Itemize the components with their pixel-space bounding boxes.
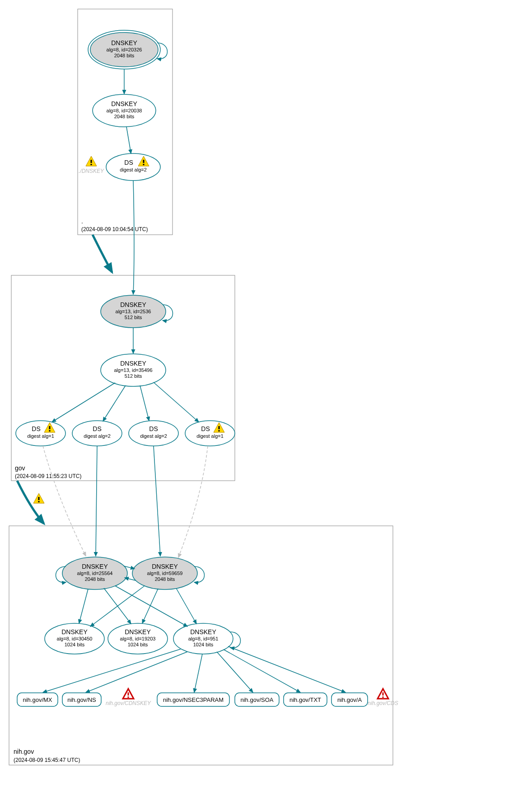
edge-z3-a bbox=[228, 646, 345, 692]
svg-text:2048 bits: 2048 bits bbox=[85, 576, 105, 582]
svg-text:nih.gov/SOA: nih.gov/SOA bbox=[241, 696, 274, 703]
edge-z3-soa bbox=[217, 652, 253, 692]
edge-z3-txt bbox=[224, 650, 300, 692]
zone-nih-ts: (2024-08-09 15:45:47 UTC) bbox=[14, 757, 80, 763]
nih-zsk2: DNSKEY alg=8, id=19203 1024 bits bbox=[108, 623, 168, 654]
ghost-cdnskey: nih.gov/CDNSKEY bbox=[106, 689, 151, 706]
edge-gov-ds1-nih-ksk1 bbox=[43, 446, 86, 556]
svg-text:DNSKEY: DNSKEY bbox=[152, 563, 178, 570]
svg-text:nih.gov/TXT: nih.gov/TXT bbox=[289, 696, 321, 703]
edge-k1-z1 bbox=[79, 589, 88, 623]
svg-text:digest alg=2: digest alg=2 bbox=[140, 433, 167, 439]
gov-zsk: DNSKEY alg=13, id=35496 512 bits bbox=[101, 354, 166, 386]
edge-k2-z2 bbox=[142, 589, 158, 623]
svg-text:nih.gov/A: nih.gov/A bbox=[337, 696, 362, 703]
svg-text:DS: DS bbox=[124, 159, 133, 166]
zone-gov-ts: (2024-08-09 11:55:23 UTC) bbox=[15, 473, 81, 479]
svg-text:nih.gov/CDNSKEY: nih.gov/CDNSKEY bbox=[106, 700, 151, 706]
svg-text:alg=8, id=951: alg=8, id=951 bbox=[188, 636, 219, 641]
svg-text:DS: DS bbox=[93, 425, 101, 432]
svg-text:512 bits: 512 bits bbox=[125, 315, 142, 320]
svg-text:2048 bits: 2048 bits bbox=[114, 114, 135, 119]
svg-text:alg=8, id=20326: alg=8, id=20326 bbox=[107, 47, 142, 52]
edge-k1-z3 bbox=[115, 586, 187, 626]
svg-text:DNSKEY: DNSKEY bbox=[111, 39, 137, 46]
svg-text:DNSKEY: DNSKEY bbox=[61, 628, 88, 636]
svg-text:1024 bits: 1024 bits bbox=[65, 642, 85, 647]
edge-root-zsk-ds bbox=[126, 127, 131, 153]
svg-text:DS: DS bbox=[149, 425, 158, 432]
edge-gov-ds2-nih-ksk1 bbox=[96, 446, 97, 556]
error-icon bbox=[123, 689, 134, 699]
gov-ds2: DS digest alg=2 bbox=[72, 421, 122, 446]
edge-gov-zsk-ds2 bbox=[103, 385, 126, 421]
edge-gov-ds4-nih-ksk2 bbox=[178, 446, 208, 557]
gov-ds4: DS digest alg=1 bbox=[185, 421, 235, 446]
error-icon bbox=[378, 689, 388, 699]
svg-text:nih.gov/NSEC3PARAM: nih.gov/NSEC3PARAM bbox=[163, 696, 224, 703]
svg-text:digest alg=2: digest alg=2 bbox=[84, 433, 111, 439]
svg-text:DNSKEY: DNSKEY bbox=[125, 628, 151, 636]
root-zsk: DNSKEY alg=8, id=20038 2048 bits bbox=[93, 94, 156, 127]
rr-mx: nih.gov/MX bbox=[17, 693, 58, 706]
edge-k2-z1 bbox=[90, 586, 145, 626]
svg-text:nih.gov/MX: nih.gov/MX bbox=[23, 696, 52, 703]
gov-ds1: DS digest alg=1 bbox=[16, 421, 65, 446]
edge-z3-mx bbox=[43, 649, 181, 692]
nih-ksk2: DNSKEY alg=8, id=59659 2048 bits bbox=[132, 557, 205, 589]
edge-z3-nsec bbox=[194, 654, 202, 692]
root-ksk: DNSKEY alg=8, id=20326 2048 bits bbox=[88, 30, 168, 69]
svg-text:1024 bits: 1024 bits bbox=[128, 642, 148, 647]
svg-text:DNSKEY: DNSKEY bbox=[120, 301, 146, 308]
svg-text:alg=8, id=19203: alg=8, id=19203 bbox=[120, 636, 156, 641]
edge-gov-zsk-ds3 bbox=[140, 385, 149, 421]
svg-text:DNSKEY: DNSKEY bbox=[190, 628, 216, 636]
svg-text:DNSKEY: DNSKEY bbox=[111, 100, 137, 107]
root-ghost-dnskey: ./DNSKEY bbox=[79, 156, 104, 174]
svg-text:DNSKEY: DNSKEY bbox=[120, 360, 146, 367]
edge-root-ds-gov-ksk bbox=[133, 181, 134, 294]
warning-icon bbox=[33, 493, 44, 503]
svg-text:2048 bits: 2048 bits bbox=[114, 53, 135, 58]
zone-root-name: . bbox=[81, 218, 83, 225]
nih-zsk3: DNSKEY alg=8, id=951 1024 bits bbox=[173, 623, 241, 654]
edge-gov-zsk-ds4 bbox=[154, 382, 199, 422]
zone-gov-name: gov bbox=[15, 464, 25, 472]
root-ds: DS digest alg=2 bbox=[106, 153, 160, 181]
edge-gov-zsk-ds1 bbox=[52, 383, 115, 422]
svg-text:1024 bits: 1024 bits bbox=[193, 642, 214, 647]
nih-zsk1: DNSKEY alg=8, id=30450 1024 bits bbox=[45, 623, 104, 654]
edge-gov-ds3-nih-ksk2 bbox=[154, 446, 160, 556]
zone-link-root-gov bbox=[93, 235, 112, 272]
svg-text:digest alg=1: digest alg=1 bbox=[196, 433, 224, 439]
zone-nih-name: nih.gov bbox=[14, 748, 34, 755]
svg-text:2048 bits: 2048 bits bbox=[155, 576, 175, 582]
gov-ksk: DNSKEY alg=13, id=2536 512 bits bbox=[101, 295, 173, 328]
svg-text:DS: DS bbox=[32, 425, 40, 432]
svg-text:DS: DS bbox=[201, 425, 210, 432]
dnssec-graph: . (2024-08-09 10:04:54 UTC) DNSKEY alg=8… bbox=[0, 0, 518, 812]
rr-soa: nih.gov/SOA bbox=[235, 693, 279, 706]
svg-text:alg=8, id=59659: alg=8, id=59659 bbox=[147, 571, 183, 576]
svg-text:alg=13, id=35496: alg=13, id=35496 bbox=[114, 367, 152, 373]
rr-a: nih.gov/A bbox=[331, 693, 368, 706]
zone-root-ts: (2024-08-09 10:04:54 UTC) bbox=[81, 226, 148, 232]
svg-text:digest alg=1: digest alg=1 bbox=[27, 433, 54, 439]
svg-text:alg=8, id=30450: alg=8, id=30450 bbox=[57, 636, 93, 641]
svg-text:digest alg=2: digest alg=2 bbox=[120, 167, 147, 172]
svg-text:alg=13, id=2536: alg=13, id=2536 bbox=[116, 309, 151, 314]
gov-ds3: DS digest alg=2 bbox=[129, 421, 178, 446]
svg-text:DNSKEY: DNSKEY bbox=[82, 563, 108, 570]
edge-k2-z3 bbox=[176, 588, 196, 624]
svg-text:nih.gov/NS: nih.gov/NS bbox=[67, 696, 96, 703]
rr-nsec3param: nih.gov/NSEC3PARAM bbox=[157, 693, 229, 706]
nih-ksk1: DNSKEY alg=8, id=25564 2048 bits bbox=[56, 557, 128, 589]
svg-text:./DNSKEY: ./DNSKEY bbox=[79, 168, 104, 174]
svg-text:512 bits: 512 bits bbox=[125, 373, 142, 379]
edge-z3-ns bbox=[86, 652, 187, 692]
svg-text:alg=8, id=20038: alg=8, id=20038 bbox=[107, 108, 142, 113]
rr-ns: nih.gov/NS bbox=[62, 693, 101, 706]
svg-text:nih.gov/CDS: nih.gov/CDS bbox=[368, 700, 398, 706]
warning-icon bbox=[86, 156, 97, 166]
rr-txt: nih.gov/TXT bbox=[284, 693, 327, 706]
